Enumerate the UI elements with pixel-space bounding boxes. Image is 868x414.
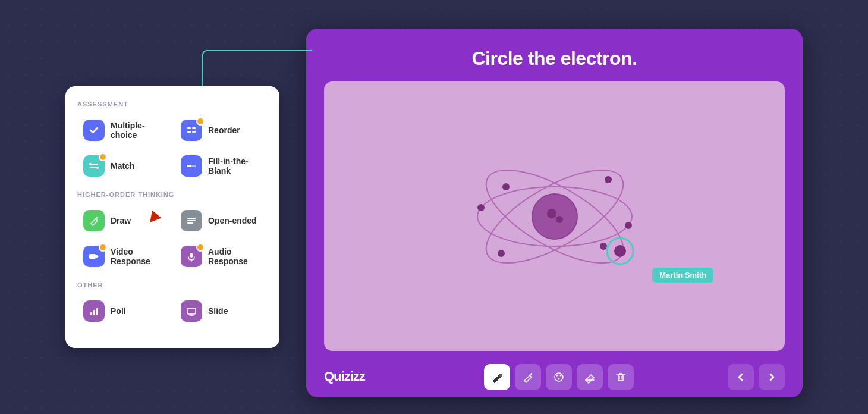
- fill-blank-label: Fill-in-the-Blank: [208, 156, 262, 175]
- menu-item-slide[interactable]: Slide: [175, 296, 268, 327]
- svg-point-36: [556, 216, 563, 223]
- poll-label: Poll: [111, 306, 126, 316]
- quiz-question-area: Circle the electron.: [306, 29, 803, 81]
- svg-point-10: [96, 167, 99, 169]
- next-nav-button[interactable]: [759, 364, 785, 390]
- draw-label: Draw: [111, 216, 131, 225]
- quiz-panel: Circle the electron.: [306, 29, 803, 397]
- svg-point-50: [555, 373, 563, 381]
- draw-icon: [83, 210, 105, 231]
- svg-line-49: [530, 374, 532, 375]
- martin-smith-label: Martin Smith: [652, 268, 713, 283]
- menu-item-open-ended[interactable]: Open-ended: [175, 205, 268, 236]
- svg-point-35: [547, 209, 556, 218]
- svg-rect-6: [88, 160, 100, 172]
- svg-point-45: [600, 243, 607, 250]
- pen-tool-button[interactable]: [484, 364, 510, 390]
- open-ended-label: Open-ended: [208, 216, 257, 225]
- match-badge: [99, 153, 107, 161]
- open-ended-icon: [181, 210, 202, 231]
- quiz-toolbar: Quizizz: [306, 357, 803, 397]
- audio-response-label: Audio Response: [208, 247, 262, 266]
- svg-rect-4: [187, 131, 191, 133]
- svg-point-42: [498, 250, 505, 257]
- reorder-badge: [196, 117, 205, 126]
- menu-item-multiple-choice[interactable]: Multiple-choice: [77, 115, 170, 146]
- menu-item-video-response[interactable]: Video Response: [77, 241, 170, 272]
- svg-rect-21: [89, 254, 96, 259]
- menu-item-poll[interactable]: Poll: [77, 296, 170, 327]
- svg-point-52: [559, 375, 561, 377]
- assessment-grid: Multiple-choice Reorder: [77, 115, 268, 181]
- video-badge: [99, 243, 107, 252]
- audio-badge: [196, 243, 205, 252]
- svg-rect-5: [192, 131, 196, 133]
- svg-rect-28: [93, 310, 95, 315]
- question-type-menu: ASSESSMENT Multiple-choice: [65, 86, 279, 348]
- slide-icon: [181, 300, 202, 322]
- svg-rect-2: [187, 127, 191, 129]
- menu-item-reorder[interactable]: Reorder: [175, 115, 268, 146]
- quiz-question-text: Circle the electron.: [330, 48, 779, 70]
- svg-rect-3: [192, 127, 196, 129]
- atom-illustration: Martin Smith: [324, 81, 785, 351]
- fill-blank-icon: [181, 155, 202, 177]
- poll-icon: [83, 300, 105, 322]
- palette-tool-button[interactable]: [546, 364, 572, 390]
- reorder-icon: [181, 120, 202, 141]
- svg-rect-27: [90, 312, 92, 315]
- other-section-label: OTHER: [77, 281, 268, 288]
- higher-order-grid: Draw Open-ended: [77, 205, 268, 272]
- toolbar-nav: [728, 364, 785, 390]
- higher-order-section-label: HIGHER-ORDER THINKING: [77, 191, 268, 198]
- quizizz-logo: Quizizz: [324, 366, 389, 388]
- svg-point-46: [614, 245, 626, 257]
- svg-point-41: [625, 222, 632, 229]
- svg-point-44: [502, 183, 510, 190]
- other-grid: Poll Slide: [77, 296, 268, 327]
- video-response-icon: [83, 246, 105, 267]
- match-icon: [83, 155, 105, 177]
- toolbar-tools: [484, 364, 634, 390]
- reorder-label: Reorder: [208, 126, 240, 135]
- menu-item-audio-response[interactable]: Audio Response: [175, 241, 268, 272]
- svg-point-9: [89, 163, 92, 165]
- slide-label: Slide: [208, 306, 228, 316]
- svg-rect-13: [187, 165, 191, 167]
- svg-rect-29: [96, 308, 98, 315]
- svg-rect-1: [185, 124, 197, 136]
- multiple-choice-label: Multiple-choice: [111, 121, 164, 140]
- svg-rect-24: [190, 253, 193, 258]
- audio-response-icon: [181, 246, 202, 267]
- menu-item-match[interactable]: Match: [77, 150, 170, 181]
- multiple-choice-icon: [83, 120, 105, 141]
- trash-tool-button[interactable]: [608, 364, 634, 390]
- svg-text:Quizizz: Quizizz: [324, 369, 366, 384]
- connector-line: [202, 50, 312, 89]
- prev-nav-button[interactable]: [728, 364, 754, 390]
- quiz-content-area: Martin Smith: [324, 81, 785, 351]
- assessment-section-label: ASSESSMENT: [77, 101, 268, 108]
- svg-point-51: [556, 375, 558, 377]
- video-response-label: Video Response: [111, 247, 164, 266]
- svg-point-40: [477, 204, 485, 211]
- pencil-tool-button[interactable]: [515, 364, 541, 390]
- svg-point-43: [605, 176, 612, 183]
- svg-rect-55: [618, 375, 623, 381]
- match-label: Match: [111, 161, 134, 171]
- eraser-tool-button[interactable]: [577, 364, 603, 390]
- svg-point-53: [558, 378, 559, 380]
- menu-item-fill-blank[interactable]: Fill-in-the-Blank: [175, 150, 268, 181]
